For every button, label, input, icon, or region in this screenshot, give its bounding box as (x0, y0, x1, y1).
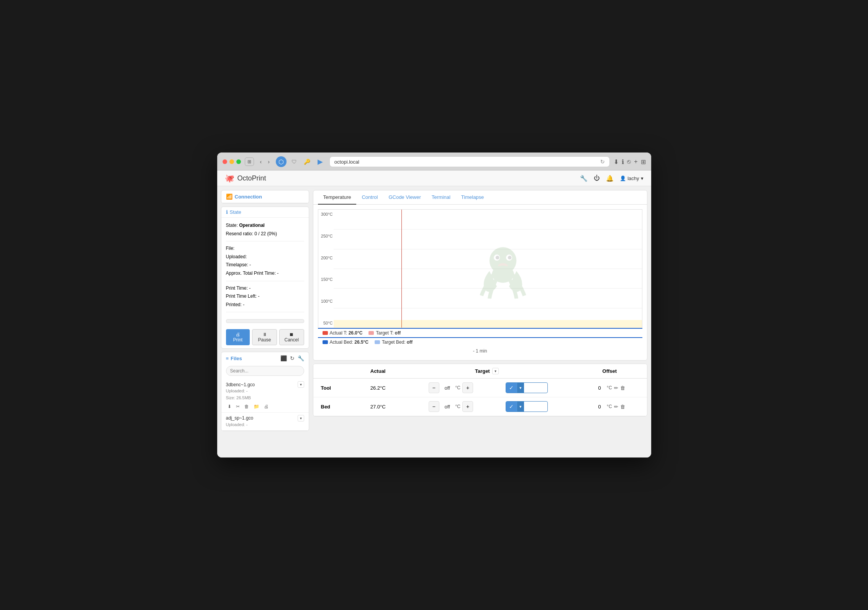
new-tab-icon[interactable]: + (634, 158, 637, 165)
bed-temp-confirm-button[interactable]: ✓ (506, 402, 517, 412)
approx-label: Approx. Total Print Time: (226, 271, 276, 276)
print-button[interactable]: 🖨 Print (226, 329, 250, 345)
files-list-icon: ≡ (226, 356, 229, 361)
bed-offset-cell: 0 °C ✏ 🗑 (572, 397, 647, 416)
file-meta-2: Uploaded: - (226, 421, 304, 428)
share-icon[interactable]: ⎋ (627, 158, 631, 165)
files-settings-icon[interactable]: 🔧 (298, 355, 304, 361)
bed-temp-increase-button[interactable]: + (462, 401, 473, 412)
svg-point-3 (496, 256, 500, 260)
file-folder-button[interactable]: 📁 (252, 403, 261, 410)
state-row: State: Operational (226, 221, 304, 230)
toolbar-icons: ⬡ 🛡 🔑 ▶ (276, 156, 326, 167)
chart-y-axis: 300°C 250°C 200°C 150°C 100°C 50°C (318, 210, 334, 328)
legend-swatch-target-bed (375, 340, 380, 344)
tool-offset-cell: 0 °C ✏ 🗑 (572, 379, 647, 397)
file-uploaded: Uploaded: - (226, 388, 304, 395)
tool-temp-increase-button[interactable]: + (462, 382, 473, 393)
file-download-button[interactable]: ⬇ (226, 403, 233, 410)
cube-icon[interactable]: ⬡ (276, 156, 287, 167)
user-menu[interactable]: 👤 lachy ▾ (620, 175, 643, 181)
tab-temperature[interactable]: Temperature (318, 190, 357, 205)
octoprint-logo: 🐙 OctoPrint (225, 174, 266, 183)
username-text: lachy (627, 175, 639, 181)
forward-button[interactable]: › (265, 157, 272, 166)
refresh-icon[interactable]: ↻ (600, 159, 605, 165)
tab-control[interactable]: Control (356, 190, 383, 205)
sidebar-toggle-button[interactable]: ⊞ (245, 157, 254, 166)
close-button[interactable] (223, 159, 227, 164)
tool-temp-confirm-button[interactable]: ✓ (506, 383, 517, 393)
printed-label: Printed: (226, 302, 242, 307)
file-expand-button[interactable]: ▾ (298, 381, 304, 388)
url-text: octopi.local (334, 159, 359, 165)
y-label-150: 150°C (320, 277, 333, 282)
tab-timelapse[interactable]: Timelapse (456, 190, 489, 205)
chart-container: 300°C 250°C 200°C 150°C 100°C 50°C (313, 205, 647, 360)
tool-confirm-cell: ✓ ▾ (500, 379, 553, 397)
legend-target-tool-value: off (395, 330, 401, 336)
resend-row: Resend ratio: 0 / 22 (0%) (226, 230, 304, 238)
file-actions: ⬇ ✂ 🗑 📁 🖨 (226, 403, 304, 410)
pause-button[interactable]: ⏸ Pause (252, 329, 277, 345)
file-print-button[interactable]: 🖨 (262, 403, 270, 410)
resend-label: Resend ratio: (226, 231, 253, 236)
maximize-button[interactable] (236, 159, 241, 164)
user-dropdown-chevron: ▾ (641, 175, 644, 181)
chart-legend: Actual T: 26.0°C Target T: off Actual Be… (318, 328, 642, 346)
play-icon[interactable]: ▶ (315, 156, 326, 167)
print-time-value: - (249, 285, 251, 291)
state-info: State: Operational Resend ratio: 0 / 22 … (221, 218, 309, 319)
cancel-button[interactable]: ⏹ Cancel (279, 329, 304, 345)
file-delete-button[interactable]: 🗑 (243, 403, 251, 410)
settings-wrench-icon[interactable]: 🔧 (580, 175, 588, 182)
tool-offset-edit-button[interactable]: ✏ (614, 385, 618, 391)
tool-offset-delete-button[interactable]: 🗑 (620, 385, 625, 391)
minimize-button[interactable] (229, 159, 234, 164)
table-row-tool: Tool 26.2°C − off °C + (313, 379, 647, 397)
bed-offset-edit-button[interactable]: ✏ (614, 404, 618, 410)
shield-icon: 🛡 (289, 156, 300, 167)
uploaded-row: Uploaded: (226, 253, 304, 261)
col-header-offset: Offset (572, 364, 647, 379)
tab-terminal[interactable]: Terminal (426, 190, 456, 205)
files-search-input[interactable] (226, 366, 304, 376)
download-icon[interactable]: ⬇ (614, 158, 619, 166)
file-scissors-button[interactable]: ✂ (234, 403, 241, 410)
progress-bar (226, 319, 304, 323)
browser-window: ⊞ ‹ › ⬡ 🛡 🔑 ▶ octopi.local ↻ ⬇ ℹ ⎋ + ⊞ 🐙 (217, 152, 651, 458)
print-time-left-value: - (258, 294, 260, 299)
legend-target-bed: Target Bed: off (375, 339, 413, 345)
info-icon[interactable]: ℹ (622, 158, 624, 166)
legend-actual-bed-value: 26.5°C (354, 339, 368, 345)
power-button-icon[interactable]: ⏻ (594, 175, 600, 182)
browser-titlebar: ⊞ ‹ › ⬡ 🛡 🔑 ▶ octopi.local ↻ ⬇ ℹ ⎋ + ⊞ (217, 152, 651, 171)
tool-temp-confirm-dropdown[interactable]: ▾ (517, 383, 524, 393)
bed-temp-confirm-dropdown[interactable]: ▾ (517, 402, 524, 412)
resend-value: 0 / 22 (0%) (254, 231, 277, 236)
address-bar[interactable]: octopi.local ↻ (329, 156, 610, 167)
target-dropdown-button[interactable]: ▾ (492, 368, 499, 374)
header-controls: 🔧 ⏻ 🔔 👤 lachy ▾ (580, 175, 643, 182)
upload-icon[interactable]: ⬛ (280, 355, 287, 361)
tool-label: Tool (313, 379, 355, 397)
tabs-overview-icon[interactable]: ⊞ (641, 158, 646, 166)
refresh-files-icon[interactable]: ↻ (290, 355, 295, 361)
print-time-left-row: Print Time Left: - (226, 292, 304, 301)
legend-actual-bed: Actual Bed: 26.5°C (323, 339, 369, 345)
notifications-bell-icon[interactable]: 🔔 (606, 175, 614, 182)
bed-offset-delete-button[interactable]: 🗑 (620, 404, 625, 410)
file-expand-button-2[interactable]: ▾ (298, 415, 304, 421)
legend-label-actual-tool: Actual T: 26.0°C (330, 330, 363, 336)
right-panel: Temperature Control GCode Viewer Termina… (313, 190, 647, 454)
state-info-icon: ℹ (226, 209, 228, 215)
timelapse-value: - (249, 262, 251, 267)
tab-gcodeviewer[interactable]: GCode Viewer (383, 190, 426, 205)
bed-confirm-group: ✓ ▾ (506, 401, 548, 412)
tool-target-value: off (441, 385, 454, 391)
bed-temp-decrease-button[interactable]: − (429, 401, 439, 412)
file-item-header-2: adj_sp~1.gco ▾ (226, 415, 304, 421)
tool-temp-decrease-button[interactable]: − (429, 382, 439, 393)
back-button[interactable]: ‹ (258, 157, 264, 166)
table-row-bed: Bed 27.0°C − off °C + (313, 397, 647, 416)
